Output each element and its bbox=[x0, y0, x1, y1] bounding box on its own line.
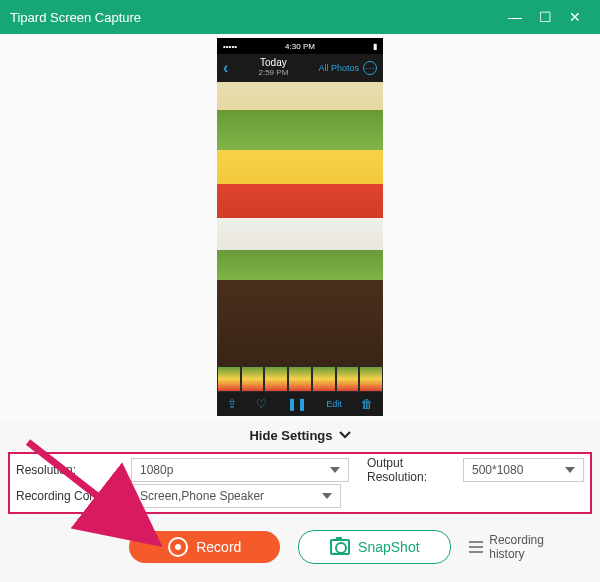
pause-icon[interactable]: ❚❚ bbox=[287, 397, 307, 411]
photo-toolbar: ⇪ ♡ ❚❚ Edit 🗑 bbox=[217, 392, 383, 416]
battery-icon: ▮ bbox=[315, 42, 377, 51]
output-resolution-select[interactable]: 500*1080 bbox=[463, 458, 584, 482]
record-button[interactable]: Record bbox=[129, 531, 280, 563]
recording-history-link[interactable]: Recording history bbox=[469, 533, 582, 561]
app-window: Tipard Screen Capture — ☐ ✕ ••••• 4:30 P… bbox=[0, 0, 600, 582]
window-title: Tipard Screen Capture bbox=[10, 10, 500, 25]
chevron-down-icon bbox=[339, 431, 351, 439]
trash-icon[interactable]: 🗑 bbox=[361, 397, 373, 411]
close-button[interactable]: ✕ bbox=[560, 9, 590, 25]
snapshot-button[interactable]: SnapShot bbox=[298, 530, 451, 564]
output-resolution-label: Output Resolution: bbox=[367, 456, 463, 484]
settings-row-2: Recording Content: Screen,Phone Speaker bbox=[16, 484, 584, 508]
hide-settings-toggle[interactable]: Hide Settings bbox=[0, 420, 600, 450]
list-icon bbox=[469, 541, 483, 553]
heart-icon[interactable]: ♡ bbox=[256, 397, 267, 411]
edit-link[interactable]: Edit bbox=[326, 399, 342, 409]
maximize-button[interactable]: ☐ bbox=[530, 9, 560, 25]
titlebar: Tipard Screen Capture — ☐ ✕ bbox=[0, 0, 600, 34]
minimize-button[interactable]: — bbox=[500, 9, 530, 25]
phone-preview: ••••• 4:30 PM ▮ ‹ Today 2:59 PM All Phot… bbox=[217, 38, 383, 408]
photo-date: Today 2:59 PM bbox=[228, 58, 318, 78]
photos-navbar: ‹ Today 2:59 PM All Photos ⋯ bbox=[217, 54, 383, 82]
phone-clock: 4:30 PM bbox=[285, 42, 315, 51]
photo-viewport bbox=[217, 82, 383, 366]
preview-area: ••••• 4:30 PM ▮ ‹ Today 2:59 PM All Phot… bbox=[0, 34, 600, 420]
resolution-select[interactable]: 1080p bbox=[131, 458, 349, 482]
settings-row-1: Resolution: 1080p Output Resolution: 500… bbox=[16, 458, 584, 482]
all-photos-link[interactable]: All Photos bbox=[318, 63, 359, 73]
action-bar: Record SnapShot Recording history bbox=[0, 530, 600, 564]
details-icon[interactable]: ⋯ bbox=[363, 61, 377, 75]
record-icon bbox=[168, 537, 188, 557]
camera-icon bbox=[330, 539, 350, 555]
recording-content-label: Recording Content: bbox=[16, 489, 131, 503]
phone-statusbar: ••••• 4:30 PM ▮ bbox=[217, 38, 383, 54]
recording-content-select[interactable]: Screen,Phone Speaker bbox=[131, 484, 341, 508]
carrier-icon: ••••• bbox=[223, 42, 285, 51]
photo-thumbstrip[interactable] bbox=[217, 366, 383, 392]
settings-panel: Resolution: 1080p Output Resolution: 500… bbox=[8, 452, 592, 514]
share-icon[interactable]: ⇪ bbox=[227, 397, 237, 411]
resolution-label: Resolution: bbox=[16, 463, 131, 477]
